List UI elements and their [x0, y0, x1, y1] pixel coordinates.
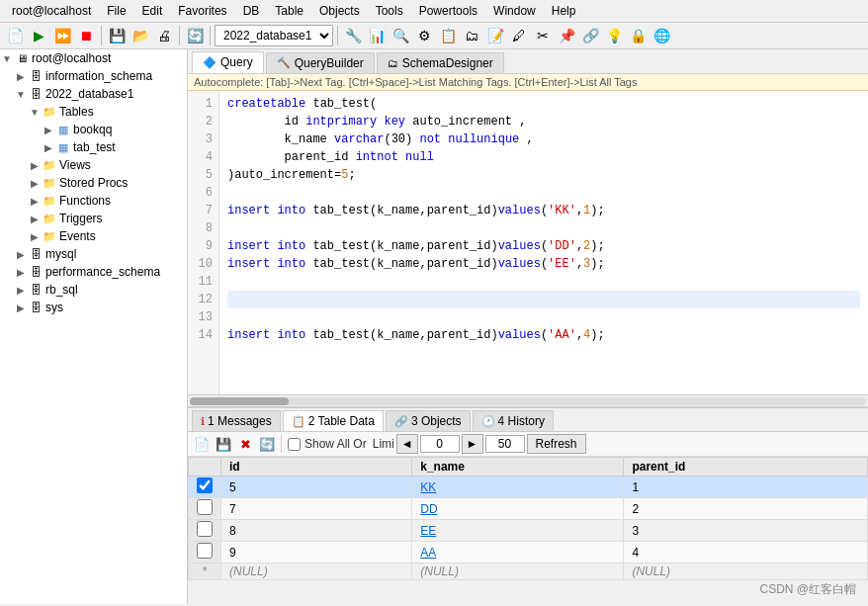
menu-db[interactable]: DB [235, 2, 268, 20]
stop-button[interactable]: ⏹ [75, 25, 97, 46]
menu-root[interactable]: root@localhost [4, 2, 99, 20]
show-all-checkbox[interactable] [288, 438, 301, 451]
sidebar-item-tab-test[interactable]: ▶ ▦ tab_test [0, 138, 187, 156]
refresh-toolbar-button[interactable]: 🔄 [184, 25, 206, 46]
sidebar-item-views[interactable]: ▶ 📁 Views [0, 156, 187, 174]
sidebar-item-perf-schema[interactable]: ▶ 🗄 performance_schema [0, 263, 187, 281]
sidebar-item-sys[interactable]: ▶ 🗄 sys [0, 299, 187, 316]
sidebar-item-triggers[interactable]: ▶ 📁 Triggers [0, 210, 187, 227]
tb-extra-12[interactable]: 💡 [603, 25, 625, 46]
tree-toggle-perf: ▶ [14, 267, 28, 278]
tab-table-data[interactable]: 📋 2 Table Data [283, 410, 384, 431]
sidebar-item-mysql[interactable]: ▶ 🗄 mysql [0, 245, 187, 263]
tb-extra-7[interactable]: 📝 [484, 25, 506, 46]
folder-icon-events: 📁 [42, 228, 57, 244]
sidebar-item-root[interactable]: ▼ 🖥 root@localhost [0, 49, 187, 67]
tb-extra-9[interactable]: ✂ [532, 25, 554, 46]
nav-next-button[interactable]: ► [462, 434, 483, 454]
tb-extra-11[interactable]: 🔗 [579, 25, 601, 46]
th-id[interactable]: id [221, 458, 412, 476]
tbl-new-row-button[interactable]: 📄 [192, 434, 212, 454]
menu-file[interactable]: File [99, 2, 133, 20]
right-panel: 🔷 Query 🔨 QueryBuilder 🗂 SchemaDesigner … [188, 49, 868, 604]
tb-extra-3[interactable]: 🔍 [390, 25, 411, 46]
run-button[interactable]: ▶ [28, 25, 49, 46]
menu-edit[interactable]: Edit [134, 2, 171, 20]
menu-powertools[interactable]: Powertools [411, 2, 485, 20]
limit-input[interactable] [485, 435, 525, 453]
tb-extra-1[interactable]: 🔧 [342, 25, 364, 46]
sidebar-item-info-schema[interactable]: ▶ 🗄 information_schema [0, 67, 187, 85]
new-button[interactable]: 📄 [4, 25, 26, 46]
query-area: 🔷 Query 🔨 QueryBuilder 🗂 SchemaDesigner … [188, 49, 868, 406]
open-button[interactable]: 📂 [130, 25, 151, 46]
scrollbar-thumb[interactable] [190, 397, 289, 405]
tree-toggle-db2022: ▼ [14, 89, 28, 100]
th-k-name[interactable]: k_name [412, 458, 624, 476]
sidebar-label-info: information_schema [43, 69, 152, 83]
th-parent-id[interactable]: parent_id [624, 458, 868, 476]
menu-objects[interactable]: Objects [311, 2, 368, 20]
menu-favorites[interactable]: Favorites [170, 2, 234, 20]
sidebar-item-bookqq[interactable]: ▶ ▦ bookqq [0, 121, 187, 138]
menu-tools[interactable]: Tools [368, 2, 411, 20]
table-new-row[interactable]: * (NULL) (NULL) (NULL) [189, 563, 868, 580]
tbl-save-button[interactable]: 💾 [214, 434, 233, 454]
row-checkbox-1[interactable] [189, 476, 221, 498]
cell-kname-new: (NULL) [412, 563, 624, 580]
code-line-3: k_name varchar(30) not null unique , [227, 130, 860, 148]
menu-window[interactable]: Window [485, 2, 544, 20]
sidebar-item-stored-procs[interactable]: ▶ 📁 Stored Procs [0, 174, 187, 192]
sidebar-label-triggers: Triggers [57, 212, 103, 225]
tree-toggle-sys: ▶ [14, 303, 28, 313]
tbl-delete-button[interactable]: ✖ [235, 434, 255, 454]
sidebar: ▼ 🖥 root@localhost ▶ 🗄 information_schem… [0, 49, 188, 604]
table-row[interactable]: 8 EE 3 [189, 520, 868, 542]
row-checkbox-3[interactable] [189, 520, 221, 542]
refresh-button[interactable]: Refresh [527, 434, 586, 454]
code-editor[interactable]: 1 2 3 4 5 6 7 8 9 10 11 12 13 14 create … [188, 91, 868, 394]
tab-history[interactable]: 🕐 4 History [473, 410, 554, 431]
sidebar-item-events[interactable]: ▶ 📁 Events [0, 227, 187, 245]
row-checkbox-4[interactable] [189, 542, 221, 563]
code-line-14: insert into tab_test(k_name,parent_id)va… [227, 326, 860, 344]
editor-scrollbar[interactable] [188, 394, 868, 406]
run-all-button[interactable]: ⏩ [51, 25, 73, 46]
database-select[interactable]: 2022_database1 [215, 25, 333, 46]
nav-prev-button[interactable]: ◄ [396, 434, 418, 454]
save-button[interactable]: 💾 [106, 25, 128, 46]
sidebar-item-functions[interactable]: ▶ 📁 Functions [0, 192, 187, 210]
tab-messages[interactable]: ℹ 1 Messages [192, 410, 281, 431]
tbl-refresh-button[interactable]: 🔄 [257, 434, 277, 454]
tb-extra-6[interactable]: 🗂 [461, 25, 482, 46]
tb-extra-2[interactable]: 📊 [366, 25, 388, 46]
tab-schema-designer[interactable]: 🗂 SchemaDesigner [377, 52, 504, 73]
tab-query-builder[interactable]: 🔨 QueryBuilder [266, 52, 375, 73]
row-checkbox-2[interactable] [189, 498, 221, 520]
tb-extra-14[interactable]: 🌐 [651, 25, 672, 46]
tb-extra-5[interactable]: 📋 [437, 25, 459, 46]
sidebar-item-tables[interactable]: ▼ 📁 Tables [0, 103, 187, 121]
sidebar-item-rb-sql[interactable]: ▶ 🗄 rb_sql [0, 281, 187, 299]
tb-extra-13[interactable]: 🔒 [627, 25, 649, 46]
menu-table[interactable]: Table [267, 2, 311, 20]
tree-toggle-tables: ▼ [28, 107, 42, 118]
tb-extra-10[interactable]: 📌 [556, 25, 577, 46]
tab-objects[interactable]: 🔗 3 Objects [386, 410, 471, 431]
tb-extra-4[interactable]: ⚙ [413, 25, 435, 46]
cell-kname-4: AA [412, 542, 624, 563]
main-container: ▼ 🖥 root@localhost ▶ 🗄 information_schem… [0, 49, 868, 604]
tb-extra-8[interactable]: 🖊 [508, 25, 530, 46]
offset-input[interactable] [420, 435, 460, 453]
table-row[interactable]: 5 KK 1 [189, 476, 868, 498]
cell-kname-1: KK [412, 476, 624, 498]
code-content[interactable]: create table tab_test( id int primary ke… [219, 91, 868, 394]
tab-objects-label: 3 Objects [411, 414, 462, 428]
print-button[interactable]: 🖨 [153, 25, 175, 46]
menu-help[interactable]: Help [544, 2, 584, 20]
sidebar-item-db2022[interactable]: ▼ 🗄 2022_database1 [0, 85, 187, 103]
ln-5: 5 [188, 166, 218, 184]
table-row[interactable]: 7 DD 2 [189, 498, 868, 520]
tab-query[interactable]: 🔷 Query [192, 51, 264, 73]
table-row[interactable]: 9 AA 4 [189, 542, 868, 563]
